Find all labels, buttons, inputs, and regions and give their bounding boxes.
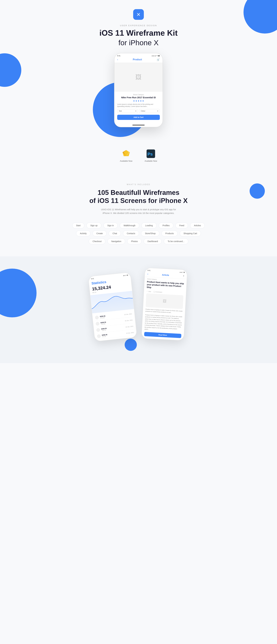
tag-item-14[interactable]: Shopping Cart [180,230,201,236]
stats-row-3-icon [96,328,100,332]
product-desc: Lorem ipsum is simply dummy text of the … [117,103,160,108]
colour-label: Colour [141,110,145,112]
stats-row-3-info: $258.35 -100.15 [100,326,126,331]
product-options: Size ▾ Colour ▾ [117,109,160,113]
home-indicator [132,125,145,126]
sketch-icon [122,150,130,158]
phone-status-bar: 9:41 ▲▲▲ ▾ ▮▮ [114,53,163,58]
nav-icon-left: ‹ [117,58,118,61]
tag-item-19[interactable]: To be continued... [164,238,188,244]
star-rating: ★ ★ ★ ★ ★ [117,100,160,102]
tag-item-15[interactable]: Checkout [89,238,105,244]
stats-row-3-date: 19 Jan, 2021 [125,326,133,328]
product-name: Nike Free Run 2017 Essential iD [117,96,160,99]
comment-label: Comment [156,291,162,293]
hero-section: USER EXPERIENCE DESIGN iOS 11 Wireframe … [0,0,277,140]
screenshots-section: 9:41 ▲▲ ▾ ▮ Statistics 15,324.24 64.23 [0,256,277,363]
stats-wifi: ▾ [126,274,127,276]
svg-text:Ps: Ps [147,152,153,156]
stats-row-2-info: $258.35 -119.50 [99,319,125,325]
deco-circle-mid [125,339,137,351]
tag-item-9[interactable]: Create [92,230,107,236]
stats-row-4-icon [97,334,101,338]
article-wifi: ▾ [183,272,184,273]
included-label: WHAT'S INCLUDED [30,184,247,186]
tag-item-4[interactable]: Loading [141,222,157,228]
tag-item-5[interactable]: Profiles [159,222,174,228]
stats-row-2-icon [96,322,100,326]
article-back-icon[interactable]: ‹ [147,272,148,276]
tools-row: Available Now Ps Available Now [0,149,277,162]
tag-item-16[interactable]: Navigation [107,238,125,244]
image-placeholder-icon: 🖼 [135,74,142,80]
like-icon: ♡ [146,290,148,292]
stats-phone: 9:41 ▲▲ ▾ ▮ Statistics 15,324.24 64.23 [88,272,137,342]
ps-icon-container: Ps [146,149,155,158]
cart-icon[interactable]: 🛒 [157,58,160,61]
colour-chevron: ▾ [157,110,158,112]
product-info: Shoes Category Nike Free Run 2017 Essent… [114,92,163,124]
sketch-icon-container [122,149,131,158]
phone-mockup: 9:41 ▲▲▲ ▾ ▮▮ ‹ Product 🛒 🖼 Shoes Catego… [114,53,163,127]
tag-item-2[interactable]: Sign in [103,222,118,228]
included-section: WHAT'S INCLUDED 105 Beautifull Wireframe… [0,171,277,256]
article-share-icon[interactable]: ⬆ [183,275,185,277]
signal-icon: ▲▲▲ [151,55,156,56]
included-desc: UIXO iOS 11 Wireframes will help you to … [100,208,177,215]
phone-container: 9:41 ▲▲▲ ▾ ▮▮ ‹ Product 🛒 🖼 Shoes Catego… [114,53,163,128]
tag-item-6[interactable]: Feed [176,222,188,228]
comment-action[interactable]: ◯ Comment [153,291,162,293]
tag-item-13[interactable]: Products [162,230,177,236]
status-icons: ▲▲▲ ▾ ▮▮ [151,55,160,56]
included-title: 105 Beautifull Wireframes of iOS 11 Scre… [30,188,247,205]
stats-icons: ▲▲ ▾ ▮ [123,274,128,276]
add-to-cart-button[interactable]: Add to Cart [117,115,160,120]
tag-item-7[interactable]: Articles [190,222,205,228]
like-action[interactable]: ♡ Like [146,290,151,292]
tag-item-11[interactable]: Contacts [123,230,139,236]
included-title-line2: of iOS 11 Screens for iPhone X [89,197,188,204]
tag-item-12[interactable]: Store/Shop [141,230,159,236]
photoshop-icon: Ps [147,150,155,158]
tag-item-0[interactable]: Start [72,222,84,228]
ps-label: Available Now [145,160,157,162]
tag-item-1[interactable]: Sign up [86,222,101,228]
hero-subtitle-label: USER EXPERIENCE DESIGN [0,24,277,27]
stats-row-1-date: 18 Jan, 2021 [124,313,132,315]
stats-signal: ▲▲ [123,274,126,276]
included-title-line1: 105 Beautifull Wireframes [98,189,179,196]
phone-header-title: Product [133,58,142,61]
star-4: ★ [140,100,142,102]
comment-icon: ◯ [153,291,156,293]
tag-item-3[interactable]: Walkthrough [120,222,139,228]
article-image-placeholder: 🖼 [146,294,183,309]
stats-list: $258.35 -273.50 18 Jan, 2021 $258.35 -11… [92,309,137,341]
deco-circle-right-included [250,184,265,199]
product-category: Shoes Category [117,94,160,96]
close-button[interactable] [133,9,144,20]
tools-section: Available Now Ps Available Now [0,140,277,171]
star-3: ★ [138,100,140,102]
like-label: Like [148,290,151,292]
article-image-icon: 🖼 [163,299,166,303]
star-1: ★ [133,100,135,102]
star-2: ★ [135,100,137,102]
sketch-label: Available Now [120,160,132,162]
stats-row-2-date: 18 Jan, 2021 [125,319,133,322]
sketch-tool: Available Now [120,149,132,162]
article-battery: ▮ [184,272,185,273]
phone-time: 9:41 [117,55,120,57]
article-header-title: Article [162,274,169,276]
article-body-extra: Product Hunt is hoping to make it easier… [142,314,185,334]
star-5: ★ [142,100,144,102]
tag-item-10[interactable]: Chat [109,230,121,236]
size-chevron: ▾ [135,110,136,112]
size-select[interactable]: Size ▾ [117,109,138,113]
colour-select[interactable]: Colour ▾ [139,109,160,113]
screenshots-row: 9:41 ▲▲ ▾ ▮ Statistics 15,324.24 64.23 [0,268,277,340]
tag-item-8[interactable]: Activity [76,230,90,236]
stats-row-1-icon [95,316,99,320]
stats-row-4-info: $258.35 -87.25 [100,332,126,338]
tag-item-18[interactable]: Dashboard [144,238,162,244]
tag-item-17[interactable]: Photos [127,238,142,244]
